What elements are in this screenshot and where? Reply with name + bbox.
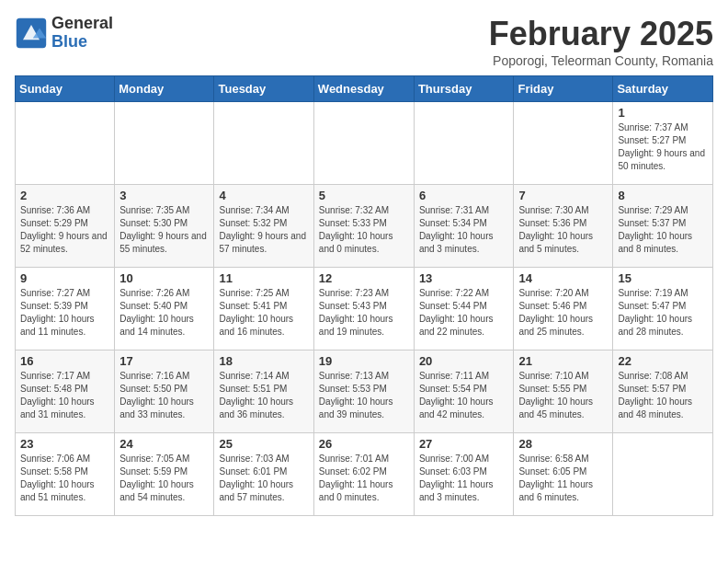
day-number: 16 — [20, 354, 109, 368]
day-info: Sunrise: 7:37 AM Sunset: 5:27 PM Dayligh… — [618, 121, 708, 173]
calendar-cell: 8Sunrise: 7:29 AM Sunset: 5:37 PM Daylig… — [613, 185, 713, 268]
day-number: 6 — [419, 189, 509, 202]
day-info: Sunrise: 6:58 AM Sunset: 6:05 PM Dayligh… — [518, 453, 608, 504]
day-info: Sunrise: 7:17 AM Sunset: 5:48 PM Dayligh… — [20, 370, 109, 421]
calendar-cell: 5Sunrise: 7:32 AM Sunset: 5:33 PM Daylig… — [313, 185, 414, 268]
day-info: Sunrise: 7:34 AM Sunset: 5:32 PM Dayligh… — [219, 204, 308, 256]
calendar-cell: 18Sunrise: 7:14 AM Sunset: 5:51 PM Dayli… — [214, 350, 313, 433]
day-number: 4 — [219, 189, 308, 202]
day-info: Sunrise: 7:27 AM Sunset: 5:39 PM Dayligh… — [20, 287, 109, 339]
calendar-cell: 9Sunrise: 7:27 AM Sunset: 5:39 PM Daylig… — [16, 268, 115, 350]
calendar-cell: 17Sunrise: 7:16 AM Sunset: 5:50 PM Dayli… — [115, 350, 214, 433]
day-info: Sunrise: 7:19 AM Sunset: 5:47 PM Dayligh… — [618, 287, 708, 339]
day-info: Sunrise: 7:06 AM Sunset: 5:58 PM Dayligh… — [20, 453, 109, 504]
logo-blue-text: Blue — [51, 33, 113, 52]
logo-general-text: General — [51, 15, 113, 33]
day-info: Sunrise: 7:01 AM Sunset: 6:02 PM Dayligh… — [319, 453, 409, 504]
day-number: 7 — [518, 189, 608, 202]
day-number: 20 — [419, 354, 509, 368]
calendar-cell: 28Sunrise: 6:58 AM Sunset: 6:05 PM Dayli… — [514, 433, 613, 516]
day-info: Sunrise: 7:29 AM Sunset: 5:37 PM Dayligh… — [618, 204, 708, 256]
day-info: Sunrise: 7:25 AM Sunset: 5:41 PM Dayligh… — [219, 287, 308, 339]
calendar-cell: 22Sunrise: 7:08 AM Sunset: 5:57 PM Dayli… — [613, 350, 713, 433]
calendar-cell: 14Sunrise: 7:20 AM Sunset: 5:46 PM Dayli… — [514, 268, 613, 350]
calendar-cell: 1Sunrise: 7:37 AM Sunset: 5:27 PM Daylig… — [613, 102, 713, 185]
day-info: Sunrise: 7:10 AM Sunset: 5:55 PM Dayligh… — [518, 370, 608, 421]
calendar-cell: 2Sunrise: 7:36 AM Sunset: 5:29 PM Daylig… — [16, 185, 115, 268]
calendar-cell — [313, 102, 414, 185]
day-header-saturday: Saturday — [613, 76, 713, 102]
calendar-cell: 16Sunrise: 7:17 AM Sunset: 5:48 PM Dayli… — [16, 350, 115, 433]
calendar-cell: 21Sunrise: 7:10 AM Sunset: 5:55 PM Dayli… — [514, 350, 613, 433]
calendar-cell: 19Sunrise: 7:13 AM Sunset: 5:53 PM Dayli… — [313, 350, 414, 433]
calendar-cell: 3Sunrise: 7:35 AM Sunset: 5:30 PM Daylig… — [115, 185, 214, 268]
day-number: 26 — [319, 437, 409, 451]
title-area: February 2025 Poporogi, Teleorman County… — [489, 15, 713, 68]
calendar-cell: 4Sunrise: 7:34 AM Sunset: 5:32 PM Daylig… — [214, 185, 313, 268]
logo-icon — [15, 17, 48, 50]
calendar-week-row: 16Sunrise: 7:17 AM Sunset: 5:48 PM Dayli… — [16, 350, 713, 433]
day-number: 23 — [20, 437, 109, 451]
calendar-week-row: 23Sunrise: 7:06 AM Sunset: 5:58 PM Dayli… — [16, 433, 713, 516]
day-header-wednesday: Wednesday — [313, 76, 414, 102]
day-number: 18 — [219, 354, 308, 368]
day-info: Sunrise: 7:30 AM Sunset: 5:36 PM Dayligh… — [518, 204, 608, 256]
day-number: 11 — [219, 271, 308, 285]
day-info: Sunrise: 7:36 AM Sunset: 5:29 PM Dayligh… — [20, 204, 109, 256]
calendar-cell: 15Sunrise: 7:19 AM Sunset: 5:47 PM Dayli… — [613, 268, 713, 350]
day-info: Sunrise: 7:32 AM Sunset: 5:33 PM Dayligh… — [319, 204, 409, 256]
calendar-cell: 24Sunrise: 7:05 AM Sunset: 5:59 PM Dayli… — [115, 433, 214, 516]
day-number: 17 — [119, 354, 209, 368]
calendar-cell: 10Sunrise: 7:26 AM Sunset: 5:40 PM Dayli… — [115, 268, 214, 350]
day-number: 1 — [618, 106, 708, 120]
day-info: Sunrise: 7:35 AM Sunset: 5:30 PM Dayligh… — [119, 204, 209, 256]
calendar-week-row: 9Sunrise: 7:27 AM Sunset: 5:39 PM Daylig… — [16, 268, 713, 350]
day-info: Sunrise: 7:00 AM Sunset: 6:03 PM Dayligh… — [419, 453, 509, 504]
day-info: Sunrise: 7:31 AM Sunset: 5:34 PM Dayligh… — [419, 204, 509, 256]
day-header-sunday: Sunday — [16, 76, 115, 102]
day-info: Sunrise: 7:14 AM Sunset: 5:51 PM Dayligh… — [219, 370, 308, 421]
day-number: 28 — [518, 437, 608, 451]
month-title: February 2025 — [489, 15, 713, 53]
day-info: Sunrise: 7:05 AM Sunset: 5:59 PM Dayligh… — [119, 453, 209, 504]
calendar-cell: 26Sunrise: 7:01 AM Sunset: 6:02 PM Dayli… — [313, 433, 414, 516]
calendar-cell: 7Sunrise: 7:30 AM Sunset: 5:36 PM Daylig… — [514, 185, 613, 268]
day-header-monday: Monday — [115, 76, 214, 102]
day-number: 13 — [419, 271, 509, 285]
day-number: 2 — [20, 189, 109, 202]
day-info: Sunrise: 7:20 AM Sunset: 5:46 PM Dayligh… — [518, 287, 608, 339]
calendar-cell: 25Sunrise: 7:03 AM Sunset: 6:01 PM Dayli… — [214, 433, 313, 516]
calendar-week-row: 1Sunrise: 7:37 AM Sunset: 5:27 PM Daylig… — [16, 102, 713, 185]
calendar-week-row: 2Sunrise: 7:36 AM Sunset: 5:29 PM Daylig… — [16, 185, 713, 268]
calendar-cell: 6Sunrise: 7:31 AM Sunset: 5:34 PM Daylig… — [414, 185, 514, 268]
calendar-cell — [214, 102, 313, 185]
calendar-cell: 12Sunrise: 7:23 AM Sunset: 5:43 PM Dayli… — [313, 268, 414, 350]
day-number: 19 — [319, 354, 409, 368]
logo: General Blue — [15, 15, 113, 52]
calendar-cell — [414, 102, 514, 185]
calendar-cell — [115, 102, 214, 185]
calendar-cell: 11Sunrise: 7:25 AM Sunset: 5:41 PM Dayli… — [214, 268, 313, 350]
day-info: Sunrise: 7:22 AM Sunset: 5:44 PM Dayligh… — [419, 287, 509, 339]
day-info: Sunrise: 7:03 AM Sunset: 6:01 PM Dayligh… — [219, 453, 308, 504]
day-number: 25 — [219, 437, 308, 451]
calendar-cell — [514, 102, 613, 185]
day-info: Sunrise: 7:16 AM Sunset: 5:50 PM Dayligh… — [119, 370, 209, 421]
day-number: 9 — [20, 271, 109, 285]
day-info: Sunrise: 7:08 AM Sunset: 5:57 PM Dayligh… — [618, 370, 708, 421]
day-info: Sunrise: 7:11 AM Sunset: 5:54 PM Dayligh… — [419, 370, 509, 421]
calendar-cell: 20Sunrise: 7:11 AM Sunset: 5:54 PM Dayli… — [414, 350, 514, 433]
day-header-friday: Friday — [514, 76, 613, 102]
logo-text: General Blue — [51, 15, 113, 52]
day-header-thursday: Thursday — [414, 76, 514, 102]
day-number: 12 — [319, 271, 409, 285]
calendar-table: SundayMondayTuesdayWednesdayThursdayFrid… — [15, 75, 713, 516]
calendar-cell — [16, 102, 115, 185]
day-info: Sunrise: 7:26 AM Sunset: 5:40 PM Dayligh… — [119, 287, 209, 339]
calendar-cell: 13Sunrise: 7:22 AM Sunset: 5:44 PM Dayli… — [414, 268, 514, 350]
calendar-cell: 23Sunrise: 7:06 AM Sunset: 5:58 PM Dayli… — [16, 433, 115, 516]
day-info: Sunrise: 7:13 AM Sunset: 5:53 PM Dayligh… — [319, 370, 409, 421]
day-number: 14 — [518, 271, 608, 285]
day-number: 3 — [119, 189, 209, 202]
day-info: Sunrise: 7:23 AM Sunset: 5:43 PM Dayligh… — [319, 287, 409, 339]
